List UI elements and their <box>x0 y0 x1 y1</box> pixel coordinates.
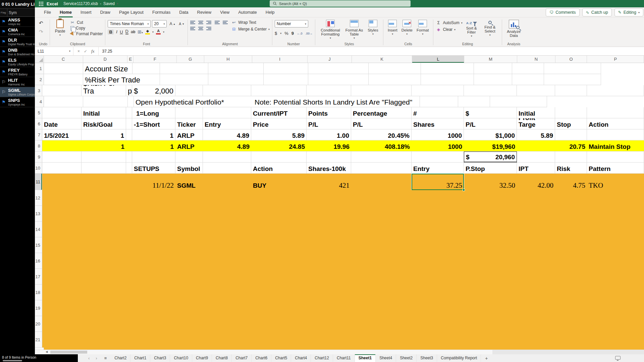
conditional-formatting-button[interactable]: Conditional Formatting▾ <box>318 19 343 40</box>
cell-K1[interactable] <box>308 63 369 74</box>
cell-H18[interactable] <box>203 285 251 300</box>
row-header-4[interactable]: 4 <box>35 96 44 107</box>
cell-H1[interactable] <box>160 63 208 74</box>
bold-button[interactable]: B <box>108 29 113 35</box>
cell-N13[interactable] <box>517 206 555 222</box>
cell-O1[interactable] <box>512 63 544 74</box>
row-header-17[interactable]: 17 <box>35 269 42 285</box>
cell-P4[interactable] <box>490 96 547 107</box>
cell-O15[interactable] <box>555 237 587 253</box>
cell-I12[interactable] <box>251 190 307 206</box>
wrap-text-button[interactable]: ↩Wrap Text <box>231 20 270 25</box>
borders-button[interactable]: ⊞▾ <box>138 29 143 35</box>
cell-M1[interactable] <box>421 63 474 74</box>
horizontal-scrollbar[interactable]: ◀ <box>35 350 644 354</box>
increase-indent-button[interactable] <box>223 21 228 24</box>
merge-center-button[interactable]: ⊟Merge & Center▾ <box>231 27 270 32</box>
cell-C13[interactable] <box>42 206 82 222</box>
cell-J1[interactable] <box>264 63 308 74</box>
sheet-tab-chart9[interactable]: Chart9 <box>192 354 212 362</box>
cell-O19[interactable] <box>555 300 587 316</box>
cell-D3[interactable]: $Risk Per Tra <box>82 85 126 96</box>
cell-L2[interactable] <box>369 74 421 85</box>
sheet-tab-sheet3[interactable]: Sheet3 <box>417 354 437 362</box>
cell-D18[interactable] <box>82 285 126 300</box>
cell-L10[interactable]: Entry <box>412 163 464 174</box>
cell-D16[interactable] <box>82 253 126 269</box>
cell-G7[interactable]: ARLP <box>175 129 203 140</box>
row-header-11[interactable]: 11 <box>35 174 42 190</box>
cell-J10[interactable]: Shares-100k <box>307 163 351 174</box>
cell-K8[interactable]: 408.18% <box>351 140 412 152</box>
selected-cell-L11[interactable]: 37.25 <box>412 174 464 190</box>
cell-M10[interactable]: P.Stop <box>464 163 517 174</box>
cell-O17[interactable] <box>555 269 587 285</box>
cell-L13[interactable] <box>412 206 464 222</box>
confirm-entry-icon[interactable]: ✓ <box>84 49 87 54</box>
cell-H14[interactable] <box>203 222 251 237</box>
row-header-20[interactable]: 20 <box>35 316 42 332</box>
watchlist-item-anss[interactable]: ⚑ANSSAnsys Inc <box>0 17 35 27</box>
cell-F19[interactable] <box>132 300 175 316</box>
cell-N1[interactable] <box>474 63 512 74</box>
cell-I21[interactable] <box>251 332 307 348</box>
watchlist-item-cma[interactable]: ⚑CMAComerica Inc <box>0 27 35 37</box>
cell-J12[interactable] <box>307 190 351 206</box>
cell-H17[interactable] <box>203 269 251 285</box>
cell-L1[interactable] <box>369 63 421 74</box>
cell-M19[interactable] <box>464 300 517 316</box>
row-header-21[interactable]: 21 <box>35 332 42 348</box>
cell-G11[interactable]: SGML <box>175 174 203 190</box>
cell-C9[interactable] <box>42 152 82 163</box>
row-header-10[interactable]: 10 <box>35 163 42 174</box>
ribbon-tab-home[interactable]: Home <box>55 7 76 17</box>
cell-O16[interactable] <box>555 253 587 269</box>
row-header-9[interactable]: 9 <box>35 152 42 163</box>
column-header-I[interactable]: I <box>252 56 308 63</box>
fill-handle[interactable] <box>463 189 465 191</box>
cell-K9[interactable] <box>351 152 412 163</box>
cell-G18[interactable] <box>175 285 203 300</box>
cell-O20[interactable] <box>555 316 587 332</box>
row-header-15[interactable]: 15 <box>35 237 42 253</box>
cell-E6[interactable] <box>126 118 132 129</box>
cell-N18[interactable] <box>517 285 555 300</box>
fill-color-button[interactable]: ◆ <box>145 29 150 35</box>
cell-K10[interactable] <box>351 163 412 174</box>
cell-G19[interactable] <box>175 300 203 316</box>
cell-H15[interactable] <box>203 237 251 253</box>
delete-cells-button[interactable]: Delete▾ <box>399 19 415 36</box>
cell-E5[interactable] <box>126 107 132 118</box>
cell-I6[interactable]: Price <box>251 118 307 129</box>
decrease-indent-button[interactable] <box>215 21 220 24</box>
column-header-D[interactable]: D <box>83 56 128 63</box>
cell-M16[interactable] <box>464 253 517 269</box>
cell-H21[interactable] <box>203 332 251 348</box>
watchlist-item-hlit[interactable]: ⚐HLITHarmonic Inc <box>0 77 35 87</box>
cell-C12[interactable] <box>42 190 82 206</box>
cell-L5[interactable]: # <box>412 107 464 118</box>
ribbon-tab-help[interactable]: Help <box>261 7 279 17</box>
cell-C20[interactable] <box>42 316 82 332</box>
cell-H12[interactable] <box>203 190 251 206</box>
underline-button[interactable]: U <box>120 29 123 35</box>
cell-D7[interactable]: 1 <box>82 129 126 140</box>
watchlist-item-sgml[interactable]: ⚐SGMLSigma Lithium Corpo <box>0 87 35 97</box>
cell-O9[interactable] <box>555 152 587 163</box>
cell-P2[interactable] <box>544 74 601 85</box>
row-header-6[interactable]: 6 <box>35 118 42 129</box>
column-header-P[interactable]: P <box>587 56 644 63</box>
app-launcher-icon[interactable] <box>39 2 43 6</box>
cell-J3[interactable] <box>307 85 351 96</box>
watchlist-scrollbar[interactable] <box>3 360 22 361</box>
display-settings-icon[interactable] <box>615 356 621 360</box>
percent-format-button[interactable]: % <box>284 31 288 36</box>
cell-P16[interactable] <box>587 253 644 269</box>
sheet-tab-chart7[interactable]: Chart7 <box>232 354 252 362</box>
cell-M14[interactable] <box>464 222 517 237</box>
sheet-tab-sheet2[interactable]: Sheet2 <box>396 354 417 362</box>
cell-E13[interactable] <box>126 206 132 222</box>
cell-D12[interactable] <box>82 190 126 206</box>
flag-icon[interactable]: ⚑ <box>0 70 7 74</box>
find-select-button[interactable]: Find & Select▾ <box>481 19 499 37</box>
